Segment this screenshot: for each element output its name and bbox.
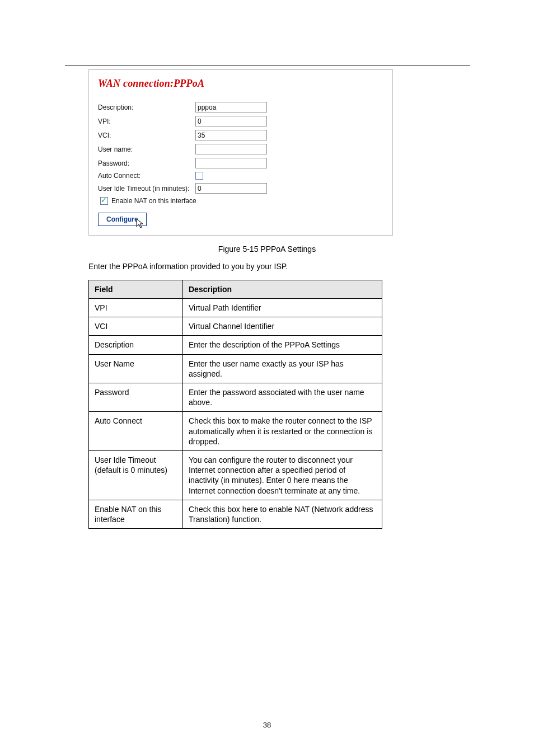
td-field: Enable NAT on this interface [89,500,183,528]
instruction-text: Enter the PPPoA information provided to … [88,261,447,272]
panel-title: WAN connection:PPPoA [98,78,383,90]
td-field: Auto Connect [89,412,183,451]
header-rule [65,65,470,65]
td-field: VPI [89,299,183,317]
td-desc: Enter the description of the PPPoA Setti… [183,336,382,354]
td-desc: Check this box here to enable NAT (Netwo… [183,500,382,528]
row-auto-connect: Auto Connect: [98,172,383,180]
td-desc: Virtual Channel Identifier [183,317,382,336]
td-field: Password [89,383,183,412]
table-row: User Idle Timeout (default is 0 minutes)… [89,450,382,500]
label-password: Password: [98,159,195,167]
row-description: Description: [98,102,383,112]
label-idle-timeout: User Idle Timeout (in minutes): [98,185,195,192]
th-field: Field [89,280,183,298]
wan-pppoa-panel: WAN connection:PPPoA Description: VPI: V… [88,69,393,236]
checkbox-enable-nat[interactable] [100,197,108,205]
row-vpi: VPI: [98,116,383,126]
th-description: Description [183,280,382,298]
table-row: Description Enter the description of the… [89,336,382,354]
label-vpi: VPI: [98,118,195,125]
td-field: Description [89,336,183,354]
label-vci: VCI: [98,132,195,139]
input-idle-timeout[interactable] [195,183,267,194]
td-desc: Enter the password associated with the u… [183,383,382,412]
td-field: VCI [89,317,183,336]
td-field: User Name [89,354,183,383]
td-field: User Idle Timeout (default is 0 minutes) [89,450,183,500]
table-row: Password Enter the password associated w… [89,383,382,412]
table-row: Auto Connect Check this box to make the … [89,412,382,451]
input-vpi[interactable] [195,116,267,126]
page-number: 38 [0,721,534,729]
td-desc: Enter the user name exactly as your ISP … [183,354,382,383]
row-password: Password: [98,158,383,168]
td-desc: You can configure the router to disconne… [183,450,382,500]
definitions-table: Field Description VPI Virtual Path Ident… [88,280,382,529]
input-description[interactable] [195,102,267,112]
figure-caption: Figure 5-15 PPPoA Settings [34,245,500,253]
checkbox-auto-connect[interactable] [195,172,203,180]
input-vci[interactable] [195,130,267,140]
row-idle-timeout: User Idle Timeout (in minutes): [98,183,383,194]
label-username: User name: [98,145,195,153]
label-enable-nat: Enable NAT on this interface [111,197,196,205]
td-desc: Check this box to make the router connec… [183,412,382,451]
row-vci: VCI: [98,130,383,140]
table-row: VCI Virtual Channel Identifier [89,317,382,336]
td-desc: Virtual Path Identifier [183,299,382,317]
cursor-icon [136,218,145,229]
input-password[interactable] [195,158,267,168]
table-row: VPI Virtual Path Identifier [89,299,382,317]
input-username[interactable] [195,144,267,154]
label-auto-connect: Auto Connect: [98,172,195,180]
row-username: User name: [98,144,383,154]
row-enable-nat: Enable NAT on this interface [98,197,383,205]
table-row: Enable NAT on this interface Check this … [89,500,382,528]
table-row: User Name Enter the user name exactly as… [89,354,382,383]
label-description: Description: [98,104,195,111]
